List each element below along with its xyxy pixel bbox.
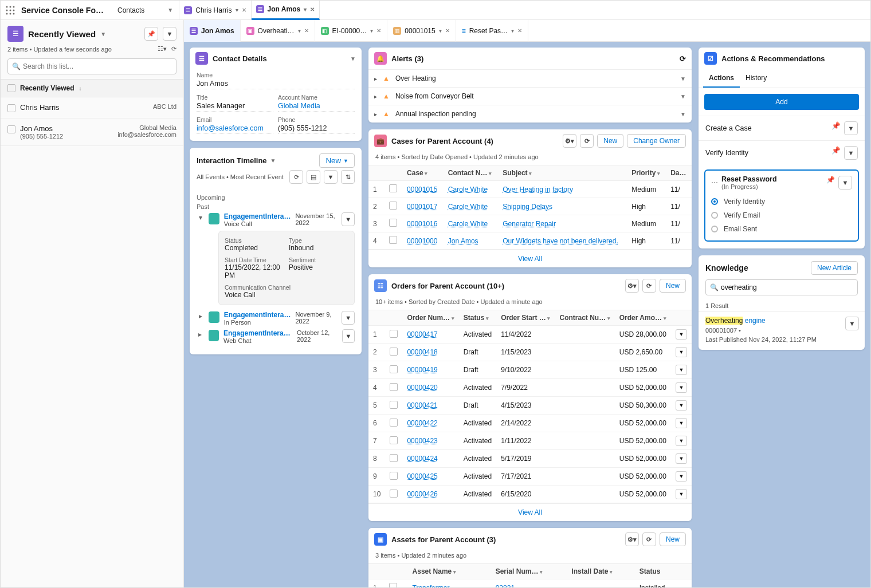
card-actions-icon[interactable]: ▼ bbox=[350, 56, 356, 62]
subject-link[interactable]: Over Heating in factory bbox=[503, 186, 573, 194]
row-checkbox[interactable] bbox=[390, 401, 398, 409]
row-action-menu[interactable]: ▼ bbox=[676, 400, 687, 411]
row-checkbox[interactable] bbox=[390, 436, 398, 444]
row-checkbox[interactable] bbox=[389, 184, 397, 192]
pin-icon[interactable]: 📌 bbox=[826, 176, 835, 190]
timeline-item-link[interactable]: EngagementInterac… bbox=[223, 329, 292, 337]
workspace-tab[interactable]: ☰ Jon Amos ▾ ✕ bbox=[252, 1, 320, 20]
timeline-item-link[interactable]: EngagementIntera… bbox=[224, 212, 291, 220]
refresh-icon[interactable]: ⟳ bbox=[171, 45, 176, 53]
column-header[interactable]: Subject bbox=[498, 165, 627, 181]
timeline-item-link[interactable]: EngagementIntera… bbox=[224, 311, 291, 319]
refresh-icon[interactable]: ⟳ bbox=[642, 532, 656, 546]
list-controls-button[interactable]: ▼ bbox=[163, 27, 176, 41]
action-item[interactable]: Create a Case 📌▼ bbox=[699, 116, 865, 140]
alert-row[interactable]: ▸ ▲ Over Heating ▼ bbox=[368, 69, 692, 87]
sort-icon[interactable]: ⇅ bbox=[341, 170, 355, 184]
order-number-link[interactable]: 00000425 bbox=[407, 472, 437, 480]
settings-icon[interactable]: ⚙▾ bbox=[625, 279, 639, 293]
app-launcher-icon[interactable] bbox=[1, 6, 20, 15]
column-header[interactable]: Case bbox=[402, 165, 444, 181]
row-action-menu[interactable]: ▼ bbox=[676, 453, 687, 464]
row-action-menu[interactable]: ▼ bbox=[676, 471, 687, 482]
select-all-checkbox[interactable] bbox=[7, 84, 15, 92]
list-view-title[interactable]: Recently Viewed bbox=[28, 29, 96, 39]
chevron-down-icon[interactable]: ▾ bbox=[304, 6, 307, 13]
row-checkbox[interactable] bbox=[389, 202, 397, 210]
result-link[interactable]: engine bbox=[743, 317, 765, 325]
serial-link[interactable]: 02821 bbox=[496, 584, 515, 588]
subtab[interactable]: ≡ Reset Pas… ▾ ✕ bbox=[456, 20, 528, 42]
close-icon[interactable]: ✕ bbox=[445, 27, 450, 34]
alert-row[interactable]: ▸ ▲ Annual inspection pending ▼ bbox=[368, 105, 692, 123]
row-checkbox[interactable] bbox=[390, 383, 398, 391]
refresh-icon[interactable]: ⟳ bbox=[580, 134, 594, 148]
list-row[interactable]: Jon Amos(905) 555-1212 Global Mediainfo@… bbox=[1, 119, 183, 146]
tab-history[interactable]: History bbox=[740, 69, 772, 88]
close-icon[interactable]: ✕ bbox=[310, 6, 315, 13]
expand-toggle-icon[interactable]: ▸ bbox=[197, 311, 204, 326]
chevron-down-icon[interactable]: ▾ bbox=[298, 27, 301, 34]
contact-link[interactable]: Carole White bbox=[448, 203, 488, 211]
column-header[interactable]: Priority bbox=[627, 165, 666, 181]
chevron-down-icon[interactable]: ▾ bbox=[511, 27, 514, 34]
column-header[interactable]: Serial Num… bbox=[491, 564, 567, 579]
drag-icon[interactable]: ⋯ bbox=[711, 179, 718, 187]
contact-link[interactable]: Jon Amos bbox=[448, 237, 478, 245]
column-header[interactable]: Order Num… bbox=[402, 310, 458, 326]
account-link[interactable]: Global Media bbox=[278, 101, 355, 112]
subject-link[interactable]: Generator Repair bbox=[503, 220, 556, 228]
row-checkbox[interactable] bbox=[390, 330, 398, 338]
case-number-link[interactable]: 00001000 bbox=[407, 237, 437, 245]
row-action-menu[interactable]: ▼ bbox=[676, 347, 687, 357]
chevron-down-icon[interactable]: ▼ bbox=[167, 7, 173, 13]
display-as-icon[interactable]: ☷▾ bbox=[158, 45, 167, 53]
flow-step[interactable]: Email Sent bbox=[711, 222, 852, 236]
row-checkbox[interactable] bbox=[390, 365, 398, 373]
row-action-menu[interactable]: ▼ bbox=[676, 489, 687, 499]
add-button[interactable]: Add bbox=[704, 94, 859, 110]
nav-item-contacts[interactable]: Contacts ▼ bbox=[112, 1, 179, 20]
action-menu-icon[interactable]: ▼ bbox=[844, 146, 858, 160]
list-row[interactable]: Chris Harris ABC Ltd bbox=[1, 97, 183, 119]
contact-link[interactable]: Carole White bbox=[448, 186, 488, 194]
close-icon[interactable]: ✕ bbox=[242, 7, 246, 13]
row-action-menu[interactable]: ▼ bbox=[676, 329, 687, 340]
timeline-item-menu[interactable]: ▼ bbox=[342, 329, 355, 343]
order-number-link[interactable]: 00000422 bbox=[407, 419, 437, 427]
expand-all-icon[interactable]: ▤ bbox=[307, 170, 320, 184]
action-item[interactable]: Verify Identity 📌▼ bbox=[699, 140, 865, 165]
case-number-link[interactable]: 00001017 bbox=[407, 203, 437, 211]
filter-icon[interactable]: ▼ bbox=[324, 170, 338, 184]
refresh-icon[interactable]: ⟳ bbox=[680, 54, 686, 63]
chevron-down-icon[interactable]: ▼ bbox=[270, 157, 276, 164]
subject-link[interactable]: Our Widgets have not been delivered. bbox=[503, 237, 618, 245]
list-search-input[interactable] bbox=[7, 58, 176, 74]
column-header[interactable]: Status bbox=[635, 564, 692, 579]
alert-row[interactable]: ▸ ▲ Noise from Conveyor Belt ▼ bbox=[368, 87, 692, 105]
order-number-link[interactable]: 00000421 bbox=[407, 401, 437, 409]
column-header[interactable]: Contract Nu… bbox=[555, 310, 614, 326]
timeline-item-menu[interactable]: ▼ bbox=[342, 311, 355, 325]
row-checkbox[interactable] bbox=[390, 419, 398, 427]
order-number-link[interactable]: 00000423 bbox=[407, 437, 437, 445]
subtab[interactable]: ◧ EI-00000… ▾ ✕ bbox=[315, 20, 388, 42]
expand-toggle-icon[interactable]: ▾ bbox=[197, 212, 204, 227]
settings-icon[interactable]: ⚙▾ bbox=[563, 134, 576, 148]
column-header[interactable]: Contact N… bbox=[444, 165, 498, 181]
settings-icon[interactable]: ⚙▾ bbox=[625, 532, 639, 546]
new-button[interactable]: New bbox=[597, 134, 623, 148]
expand-toggle-icon[interactable]: ▸ bbox=[374, 111, 377, 117]
workspace-tab[interactable]: ☰ Chris Harris ▾ ✕ bbox=[179, 1, 251, 20]
close-icon[interactable]: ✕ bbox=[376, 27, 381, 34]
expand-toggle-icon[interactable]: ▸ bbox=[197, 329, 204, 344]
new-article-button[interactable]: New Article bbox=[811, 261, 858, 275]
subtab[interactable]: ▥ 00001015 ▾ ✕ bbox=[387, 20, 456, 42]
column-header[interactable]: Install Date bbox=[567, 564, 634, 579]
row-checkbox[interactable] bbox=[389, 236, 397, 244]
row-checkbox[interactable] bbox=[390, 454, 398, 462]
chevron-down-icon[interactable]: ▼ bbox=[100, 31, 106, 37]
timeline-item[interactable]: ▸ EngagementInterac…Web Chat October 12,… bbox=[197, 329, 355, 344]
timeline-item-menu[interactable]: ▼ bbox=[342, 212, 355, 226]
column-header[interactable]: Status bbox=[459, 310, 496, 326]
